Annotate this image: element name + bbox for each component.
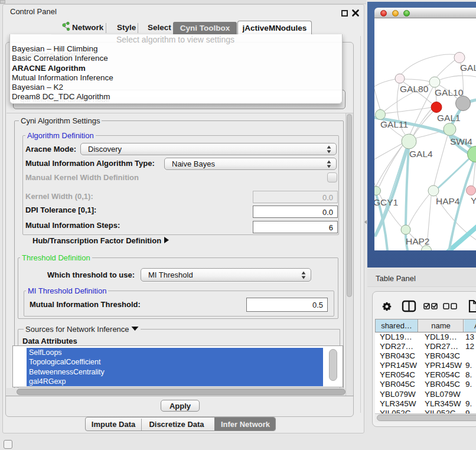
- svg-text:GAL7: GAL7: [460, 63, 476, 73]
- svg-text:GAL1: GAL1: [437, 113, 461, 123]
- svg-text:GCY1: GCY1: [374, 197, 398, 207]
- svg-text:SWI4: SWI4: [450, 136, 472, 146]
- svg-text:GAL11: GAL11: [380, 119, 408, 129]
- svg-text:HAP4: HAP4: [436, 196, 460, 206]
- svg-text:YE: YE: [471, 195, 476, 206]
- svg-text:GAL10: GAL10: [435, 87, 464, 97]
- svg-text:GAL4: GAL4: [409, 149, 433, 159]
- svg-text:HAP2: HAP2: [406, 236, 430, 246]
- svg-text:GAL80: GAL80: [400, 84, 429, 94]
